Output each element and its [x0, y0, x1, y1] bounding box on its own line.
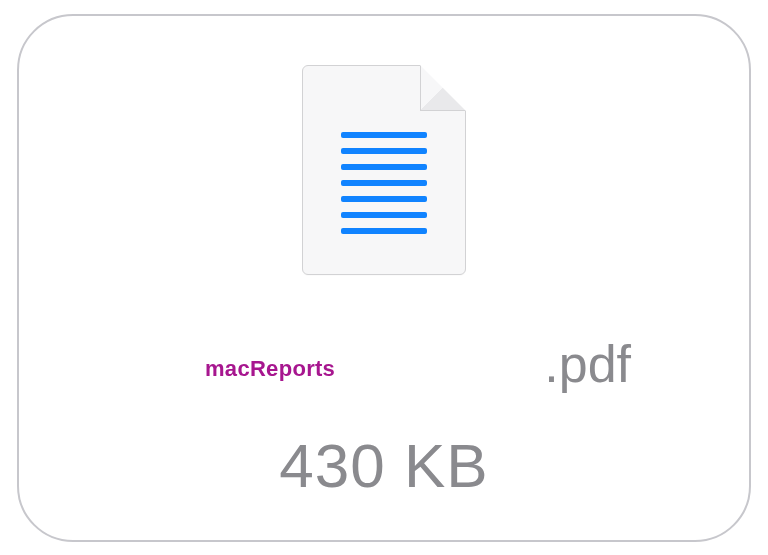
file-size-label: 430 KB [279, 430, 488, 501]
file-attachment-card[interactable]: macReports .pdf 430 KB [17, 14, 751, 542]
watermark-label: macReports [205, 356, 335, 382]
document-text-lines-icon [341, 132, 427, 234]
page-fold-icon [420, 65, 466, 111]
file-extension-label: .pdf [544, 334, 631, 394]
document-icon [295, 60, 473, 280]
document-page-icon [302, 65, 466, 275]
filename-row: macReports .pdf [19, 344, 749, 400]
